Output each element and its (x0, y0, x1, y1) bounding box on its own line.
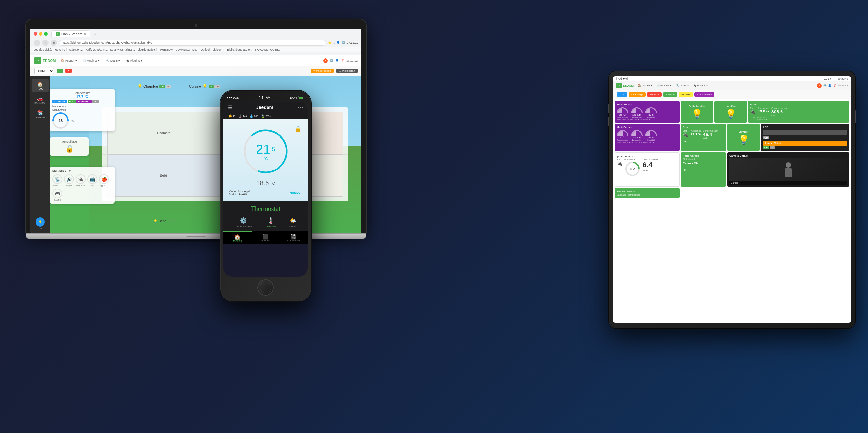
filter-energie-btn[interactable]: Energie (663, 92, 677, 96)
browser-action-1[interactable]: ⭐ (328, 41, 332, 45)
tablet-logo: J EEDOM (616, 83, 633, 88)
settings-icon[interactable]: ⚙️ (330, 59, 333, 62)
sidebar-item-tous[interactable]: 💡 TOUS (32, 218, 49, 229)
phone-nav-pieces[interactable]: ⬛ PIÈCES (252, 231, 280, 244)
amplb-icon[interactable]: 🔊 (64, 174, 74, 184)
sfr-icon[interactable]: 📡 (53, 174, 62, 184)
chambre-switch-off[interactable]: off (165, 85, 171, 88)
phone-time: 9:41 AM (259, 96, 271, 99)
phone-nav-accueil[interactable]: 🏠 ACCUEIL (223, 231, 252, 244)
bookmark-8[interactable]: Outlook - bibisom... (201, 48, 224, 51)
hamburger-icon[interactable]: ☰ (228, 105, 232, 110)
tablet-settings-icon[interactable]: ⚙️ (823, 84, 827, 87)
sidebar-item-bureau[interactable]: 📚 BUREAU (32, 108, 49, 121)
close-traffic-light[interactable] (34, 32, 37, 36)
bookmark-7[interactable]: DOMADOO | Do... (176, 48, 198, 51)
browser-action-2[interactable]: ↓ (333, 41, 335, 45)
phone-bottom-icon-meteo[interactable]: 🌤️ Météo (289, 217, 296, 229)
plein-ecran-btn[interactable]: ⛶ Plein écran (336, 69, 358, 73)
nav-accueil[interactable]: 🏠 Accueil ▾ (59, 58, 79, 63)
plan-select[interactable]: HOME (34, 68, 54, 74)
tablet-help-icon[interactable]: ❓ (833, 84, 836, 87)
led-off-btn[interactable]: Of (770, 146, 775, 149)
bookmark-1[interactable]: Les plus visités (34, 48, 53, 51)
cuisine-switch-off[interactable]: off (214, 85, 220, 88)
bookmark-2[interactable]: Reverso | Traduction... (55, 48, 83, 51)
clock-icon: 17:12:12 (346, 59, 358, 62)
browser-action-4[interactable]: ⚙️ (342, 41, 345, 45)
prise-cam-etat-label: Etat (617, 158, 622, 161)
plan-room-3: Bébé (107, 154, 220, 197)
nav-outils[interactable]: 🔧 Outils ▾ (104, 58, 122, 63)
browser-tab-active[interactable]: J Plan - Jeedom ✕ (52, 30, 90, 37)
bookmark-3[interactable]: Verify WAN/LAN... (85, 48, 107, 51)
chambre-switch-on[interactable]: on (159, 85, 165, 88)
tablet-nav-plugins[interactable]: 🔌 Plugins ▾ (691, 83, 709, 87)
help-icon[interactable]: ❓ (341, 59, 344, 62)
mode-edition-btn[interactable]: ✏ Mode édition (311, 69, 334, 73)
bookmark-4[interactable]: Southwest Airlines... (110, 48, 135, 51)
led-on-btn[interactable]: On (763, 146, 769, 149)
tablet-power-button[interactable] (855, 110, 856, 123)
mode-off-btn[interactable]: Off (92, 100, 99, 104)
maximize-traffic-light[interactable] (44, 32, 48, 36)
refresh-button[interactable]: ↻ (51, 39, 57, 46)
prise2-content: Etat 🔌 On Puissance 11.1 w Consommation (683, 129, 724, 144)
filter-tous-btn[interactable]: Tous (617, 92, 627, 96)
phone-bottom-icon-thermostat[interactable]: 🌡️ Thermostat (264, 217, 277, 229)
bookmark-10[interactable]: BRACASS FOOTB... (254, 48, 280, 51)
sidebar-item-sous-sol[interactable]: 🚗 SOUS-SOL (32, 93, 49, 106)
phone-modes-button[interactable]: MODES › (289, 191, 303, 195)
tablet-nav-analyse[interactable]: 📊 Analyse ▾ (655, 83, 673, 87)
minimize-traffic-light[interactable] (39, 32, 42, 36)
phone-nav-scenarios[interactable]: 🎬 SCÉNARIOS (280, 231, 308, 244)
filter-securite-btn[interactable]: Sécurité (647, 92, 662, 96)
tablet-vol-up-button[interactable] (608, 104, 609, 113)
mode-eco-btn[interactable]: ECO (68, 100, 76, 104)
browser-action-3[interactable]: 👤 (337, 41, 340, 45)
bookmark-5[interactable]: blog.domadoo.fr (138, 48, 157, 51)
tv-icon[interactable]: 📺 (88, 174, 97, 184)
tab-close-btn[interactable]: ✕ (84, 32, 86, 36)
prise-cam-conso-val: 6.4 (643, 161, 658, 169)
tab-bar: J Plan - Jeedom ✕ + (52, 30, 98, 37)
back-button[interactable]: ‹ (34, 39, 40, 46)
filter-automatisme-btn[interactable]: Automatisme (694, 92, 715, 96)
led-slider[interactable]: ────── (763, 130, 847, 135)
kodi-icon[interactable]: 🎮 (53, 189, 62, 198)
multi-icon[interactable]: 🔌 (76, 174, 86, 184)
user-icon[interactable]: 👤 (335, 59, 339, 62)
cuisine-switch-on[interactable]: on (209, 85, 214, 88)
tablet-nav-accueil[interactable]: 🏠 Accueil ▾ (636, 83, 654, 87)
tablet-vol-down-button[interactable] (608, 117, 609, 126)
bookmark-9[interactable]: Bibliothèque audio... (227, 48, 252, 51)
nav-plugins[interactable]: 🔌 Plugins ▾ (124, 58, 144, 63)
forward-button[interactable]: › (42, 39, 49, 46)
filter-chauffage-btn[interactable]: Chauffage (629, 92, 646, 96)
phone-nav-bar: 🏠 ACCUEIL ⬛ PIÈCES 🎬 SCÉNARIOS (223, 231, 308, 244)
ms1-temp-val: 25 °C (619, 113, 626, 116)
scenarios-nav-icon: 🎬 (290, 233, 297, 239)
camera-figure (785, 163, 792, 177)
sidebar-bottom: 💡 TOUS (32, 214, 49, 233)
bookmark-6[interactable]: PREMIUM (160, 48, 173, 51)
tablet-nav-outils[interactable]: 🔧 Outils ▾ (674, 83, 690, 87)
more-icon[interactable]: ⋯ (297, 104, 303, 111)
led-off-badge[interactable]: Off (763, 137, 769, 139)
phone-bottom-icon-camera[interactable]: ⚙️ Caméra entrée (235, 217, 252, 229)
address-bar[interactable]: https://bibihome.dns3.jeedom.com/index.p… (59, 40, 326, 46)
plan-confirm-btn[interactable]: ✓ (57, 69, 63, 73)
tablet-user-icon[interactable]: 👤 (828, 84, 831, 87)
phone-home-button[interactable] (257, 279, 274, 296)
bookmarks-bar: Les plus visités Reverso | Traduction...… (30, 47, 362, 52)
nav-analyse[interactable]: 📊 Analyse ▾ (81, 58, 102, 63)
filter-lumiere-btn[interactable]: Lumière (679, 92, 693, 96)
status-item-leaf: 🍃 21% (261, 114, 271, 118)
sidebar-item-home[interactable]: 🏠 HOME (32, 79, 49, 92)
new-tab-button[interactable]: + (92, 31, 98, 37)
plan-delete-btn[interactable]: ✕ (65, 69, 71, 73)
sidebar-label-home: HOME (37, 88, 44, 90)
appletv-icon[interactable]: 🍎 (99, 174, 109, 184)
mode-hors-gel-btn[interactable]: HORS-GEL (76, 100, 92, 104)
mode-confort-btn[interactable]: CONFORT (53, 100, 67, 104)
